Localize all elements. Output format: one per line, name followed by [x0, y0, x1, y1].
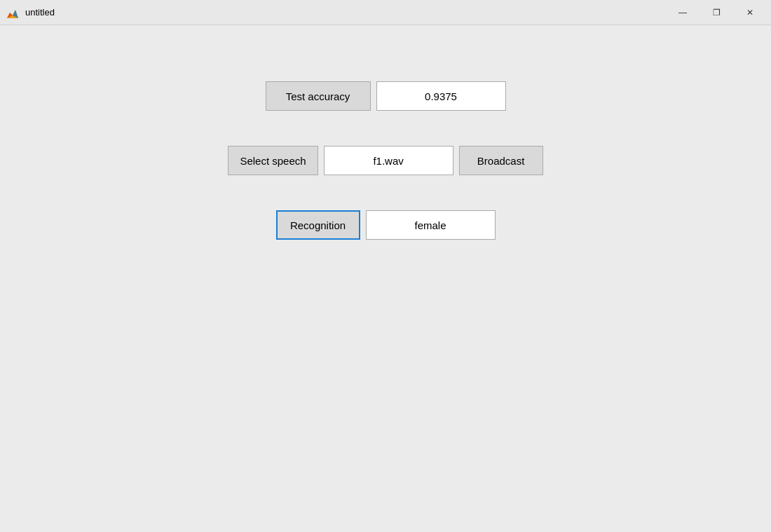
select-speech-button[interactable]: Select speech: [228, 146, 318, 175]
matlab-icon: [6, 6, 20, 20]
recognition-button[interactable]: Recognition: [276, 210, 360, 240]
window-title: untitled: [25, 7, 55, 18]
speech-file-value: f1.wav: [324, 146, 453, 175]
restore-button[interactable]: ❐: [701, 3, 732, 22]
recognition-row: Recognition female: [276, 210, 496, 240]
test-accuracy-label: Test accuracy: [266, 81, 371, 111]
test-accuracy-row: Test accuracy 0.9375: [266, 81, 506, 111]
title-bar-controls: — ❐ ✕: [667, 3, 765, 22]
title-bar-left: untitled: [6, 6, 55, 20]
main-content: Test accuracy 0.9375 Select speech f1.wa…: [0, 25, 771, 532]
close-button[interactable]: ✕: [735, 3, 765, 22]
select-speech-row: Select speech f1.wav Broadcast: [228, 146, 543, 175]
recognition-result: female: [366, 210, 496, 240]
broadcast-button[interactable]: Broadcast: [459, 146, 543, 175]
title-bar: untitled — ❐ ✕: [0, 0, 771, 25]
test-accuracy-value: 0.9375: [376, 81, 506, 111]
minimize-button[interactable]: —: [667, 3, 698, 22]
